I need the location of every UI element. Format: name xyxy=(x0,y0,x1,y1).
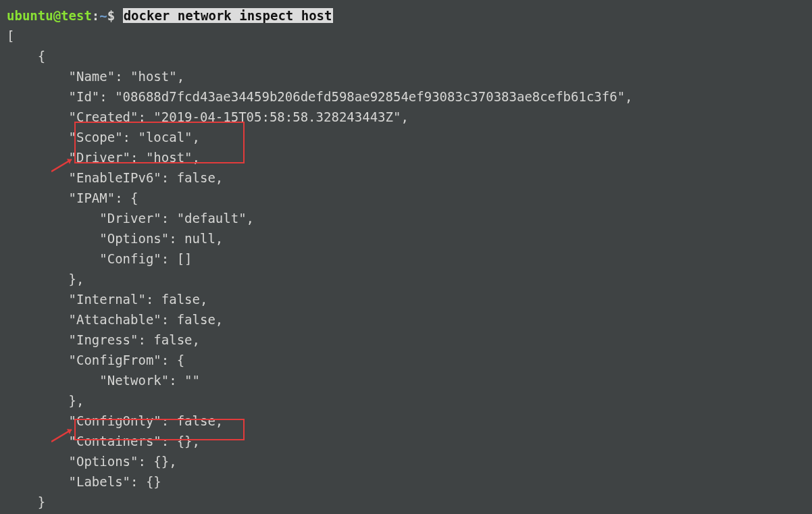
output-line: }, xyxy=(7,269,805,289)
prompt-line: ubuntu@test:~$ docker network inspect ho… xyxy=(7,5,805,26)
output-line: "Options": null, xyxy=(7,228,805,249)
output-line: "Config": [] xyxy=(7,249,805,269)
output-line: "Scope": "local", xyxy=(7,127,805,147)
output-line: "Options": {}, xyxy=(7,451,805,471)
prompt-colon: : xyxy=(92,8,99,23)
prompt-dollar: $ xyxy=(107,8,123,23)
prompt-user-host: ubuntu@test xyxy=(7,8,92,23)
output-line: [ xyxy=(7,26,805,46)
output-line: "Driver": "host", xyxy=(7,147,805,168)
output-line: { xyxy=(7,46,805,66)
output-line: "Network": "" xyxy=(7,370,805,390)
output-line: "ConfigOnly": false, xyxy=(7,411,805,431)
terminal[interactable]: ubuntu@test:~$ docker network inspect ho… xyxy=(7,5,805,514)
output-line: } xyxy=(7,492,805,512)
output-line: "Name": "host", xyxy=(7,66,805,86)
output-line: "Driver": "default", xyxy=(7,208,805,228)
output-line: "Labels": {} xyxy=(7,471,805,492)
prompt-path: ~ xyxy=(99,8,107,23)
output-line: }, xyxy=(7,390,805,411)
output-line: "EnableIPv6": false, xyxy=(7,168,805,188)
output-line: "Containers": {}, xyxy=(7,431,805,451)
output-line: "Internal": false, xyxy=(7,289,805,309)
output-line: "Ingress": false, xyxy=(7,330,805,350)
command-text: docker network inspect host xyxy=(123,8,333,23)
output-line: "Id": "08688d7fcd43ae34459b206defd598ae9… xyxy=(7,86,805,107)
output-line: "Created": "2019-04-15T05:58:58.32824344… xyxy=(7,107,805,127)
output-line: "IPAM": { xyxy=(7,188,805,208)
output-line: "ConfigFrom": { xyxy=(7,350,805,370)
output-line: "Attachable": false, xyxy=(7,309,805,330)
